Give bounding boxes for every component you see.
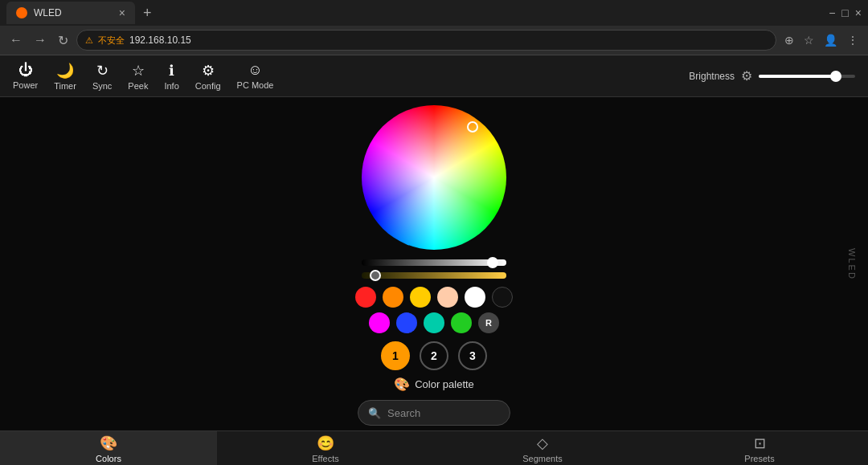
nav-effects[interactable]: 😊 Effects — [217, 431, 434, 465]
browser-tab[interactable]: WLED × — [6, 2, 135, 24]
bookmark-icon[interactable]: ☆ — [800, 32, 817, 48]
sliders-section — [362, 259, 506, 279]
power-icon: ⏻ — [18, 62, 33, 79]
swatch-black[interactable] — [492, 287, 513, 308]
swatch-yellow[interactable] — [410, 287, 431, 308]
colors-nav-label: Colors — [96, 454, 121, 463]
color-wheel[interactable] — [362, 105, 506, 250]
sync-label: Sync — [92, 81, 112, 91]
refresh-button[interactable]: ↻ — [55, 31, 72, 50]
swatch-skin[interactable] — [437, 287, 458, 308]
nav-segments[interactable]: ◇ Segments — [434, 431, 651, 465]
timer-label: Timer — [54, 81, 76, 91]
nav-presets[interactable]: ⊡ Presets — [651, 431, 868, 465]
power-button[interactable]: ⏻ Power — [13, 62, 38, 90]
presets-nav-label: Presets — [744, 454, 774, 463]
brightness-settings-icon[interactable]: ⚙ — [741, 68, 752, 84]
config-label: Config — [195, 81, 221, 91]
presets-nav-icon: ⊡ — [754, 434, 766, 452]
search-container: 🔍 Search — [358, 400, 510, 426]
info-button[interactable]: ℹ Info — [164, 62, 178, 91]
slot-1-label: 1 — [392, 349, 399, 362]
info-label: Info — [164, 81, 178, 91]
config-button[interactable]: ⚙ Config — [195, 62, 221, 91]
info-icon: ℹ — [169, 62, 174, 80]
white-slider-track — [362, 259, 506, 266]
tab-bar: WLED × + − □ × — [0, 0, 868, 26]
favicon — [16, 7, 27, 18]
swatch-blue[interactable] — [396, 312, 417, 333]
colors-nav-icon: 🎨 — [100, 434, 117, 452]
pcmode-icon: ☺ — [248, 62, 262, 79]
swatch-random[interactable]: R — [478, 312, 499, 333]
main-content: R 1 2 3 🎨 Color palette 🔍 Search — [0, 97, 868, 430]
slot-2-label: 2 — [431, 349, 437, 362]
segments-nav-label: Segments — [522, 454, 563, 463]
wled-watermark: WLED — [847, 248, 857, 280]
tab-close-button[interactable]: × — [119, 6, 125, 19]
color-slots: 1 2 3 — [381, 341, 487, 370]
nav-colors[interactable]: 🎨 Colors — [0, 431, 217, 465]
peek-button[interactable]: ☆ Peek — [128, 62, 148, 91]
toolbar: ⏻ Power 🌙 Timer ↻ Sync ☆ Peek ℹ Info ⚙ C… — [0, 55, 868, 97]
brightness-slider[interactable] — [759, 75, 855, 78]
color-wheel-cursor — [467, 121, 478, 133]
effects-nav-icon: 😊 — [317, 434, 334, 452]
back-button[interactable]: ← — [6, 31, 26, 49]
menu-icon[interactable]: ⋮ — [844, 32, 862, 48]
tab-title: WLED — [34, 7, 62, 18]
color-slot-3[interactable]: 3 — [458, 341, 487, 370]
search-box[interactable]: 🔍 Search — [358, 400, 510, 426]
window-maximize[interactable]: □ — [841, 6, 848, 19]
pcmode-button[interactable]: ☺ PC Mode — [237, 62, 274, 90]
security-icon: ⚠ — [85, 35, 93, 46]
navigation-bar: ← → ↻ ⚠ 不安全 192.168.10.15 ⊕ ☆ 👤 ⋮ — [0, 26, 868, 55]
pcmode-label: PC Mode — [237, 80, 274, 90]
new-tab-button[interactable]: + — [138, 5, 157, 22]
palette-section[interactable]: 🎨 Color palette — [394, 377, 474, 392]
profile-icon[interactable]: 👤 — [821, 32, 841, 48]
sync-icon: ↻ — [96, 62, 108, 80]
brightness-fill — [759, 75, 836, 78]
segments-nav-icon: ◇ — [537, 434, 548, 452]
search-placeholder: Search — [387, 407, 420, 419]
warm-slider[interactable] — [362, 272, 506, 279]
warm-slider-thumb — [370, 270, 381, 281]
swatch-row-1 — [355, 287, 513, 308]
white-slider-thumb — [487, 257, 498, 268]
config-icon: ⚙ — [202, 62, 215, 80]
address-url: 192.168.10.15 — [129, 35, 191, 46]
swatch-green[interactable] — [451, 312, 472, 333]
swatch-teal[interactable] — [424, 312, 444, 333]
bottom-nav: 🎨 Colors 😊 Effects ◇ Segments ⊡ Presets — [0, 430, 868, 465]
nav-actions: ⊕ ☆ 👤 ⋮ — [781, 32, 862, 48]
swatch-magenta[interactable] — [369, 312, 390, 333]
address-bar[interactable]: ⚠ 不安全 192.168.10.15 — [76, 30, 776, 51]
brightness-section: Brightness ⚙ — [689, 68, 855, 84]
color-wheel-container[interactable] — [362, 105, 506, 250]
browser-chrome: WLED × + − □ × ← → ↻ ⚠ 不安全 192.168.10.15… — [0, 0, 868, 55]
sync-button[interactable]: ↻ Sync — [92, 62, 112, 91]
app-container: ⏻ Power 🌙 Timer ↻ Sync ☆ Peek ℹ Info ⚙ C… — [0, 55, 868, 465]
white-slider[interactable] — [362, 259, 506, 266]
peek-label: Peek — [128, 81, 148, 91]
brightness-track — [759, 75, 855, 78]
window-minimize[interactable]: − — [829, 6, 835, 19]
color-slot-2[interactable]: 2 — [420, 341, 448, 370]
search-icon: 🔍 — [368, 407, 381, 419]
power-label: Power — [13, 80, 38, 90]
window-close[interactable]: × — [855, 6, 862, 19]
color-slot-1[interactable]: 1 — [381, 341, 410, 370]
extensions-icon[interactable]: ⊕ — [781, 32, 797, 48]
swatch-white[interactable] — [465, 287, 485, 308]
security-warning: 不安全 — [98, 35, 125, 47]
timer-button[interactable]: 🌙 Timer — [54, 62, 76, 91]
swatch-red[interactable] — [355, 287, 376, 308]
palette-icon: 🎨 — [394, 377, 410, 392]
warm-slider-track — [362, 272, 506, 279]
swatch-orange[interactable] — [383, 287, 403, 308]
peek-icon: ☆ — [132, 62, 145, 80]
effects-nav-label: Effects — [312, 454, 338, 463]
forward-button[interactable]: → — [31, 31, 50, 49]
timer-icon: 🌙 — [56, 62, 74, 80]
